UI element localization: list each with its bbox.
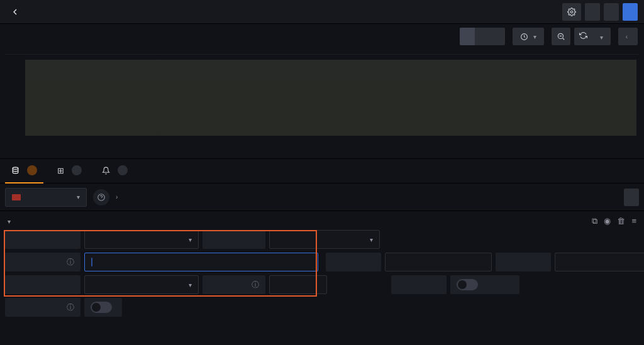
refresh-group: ▾	[574, 28, 611, 45]
toggle-visibility-icon[interactable]: ◉	[604, 216, 611, 226]
datasource-select[interactable]: ▾	[5, 188, 87, 207]
duplicate-icon[interactable]: ⧉	[592, 216, 597, 226]
legend-label-label	[326, 253, 381, 271]
datasource-row: ▾ ›	[0, 183, 644, 211]
refresh-interval[interactable]: ▾	[592, 28, 611, 45]
delete-icon[interactable]: 🗑	[617, 216, 625, 226]
aggregation-select[interactable]: ▾	[84, 275, 199, 294]
fillmissing-toggle[interactable]	[450, 275, 519, 294]
fit-mode-group	[460, 28, 505, 45]
fillmissing-label	[391, 275, 447, 294]
timebucket-input[interactable]	[269, 275, 327, 294]
command-select[interactable]: ▾	[269, 230, 380, 249]
svg-point-0	[570, 11, 573, 13]
legend-label-input[interactable]	[385, 253, 492, 271]
streaming-label: ⓘ	[5, 298, 80, 317]
timerange-picker[interactable]: ▾	[513, 28, 544, 45]
panel-toolbar: ▾ ▾ ‹	[0, 24, 644, 49]
discard-button[interactable]	[585, 3, 600, 21]
chevron-down-icon: ▾	[533, 33, 536, 40]
streaming-toggle[interactable]	[84, 298, 122, 317]
type-label	[5, 230, 80, 249]
query-tabs: ⊞	[0, 158, 644, 183]
zoom-out-button[interactable]	[552, 28, 570, 45]
save-button[interactable]	[604, 3, 619, 21]
svg-point-3	[13, 167, 18, 169]
apply-button[interactable]	[623, 3, 638, 21]
show-options-button[interactable]: ‹	[618, 28, 638, 45]
query-a-block: ▾ ⧉ ◉ 🗑 ≡ ▾ ▾ ⓘ ▾	[0, 211, 644, 326]
back-button[interactable]	[6, 3, 24, 21]
drag-icon[interactable]: ≡	[631, 216, 636, 226]
fill-button[interactable]	[460, 28, 475, 45]
fit-button[interactable]	[475, 28, 490, 45]
value-label-input[interactable]	[555, 253, 644, 271]
command-label	[203, 230, 265, 249]
tab-query[interactable]	[5, 158, 43, 183]
collapse-icon[interactable]: ▾	[8, 218, 11, 225]
topbar	[0, 0, 644, 24]
settings-button[interactable]	[562, 3, 581, 21]
value-label-label	[496, 253, 551, 271]
timebucket-label: ⓘ	[203, 275, 265, 294]
tab-transform[interactable]: ⊞	[51, 158, 88, 183]
datasource-icon	[12, 194, 21, 200]
tab-alert[interactable]	[96, 158, 134, 183]
query-options-link[interactable]: ›	[116, 194, 120, 200]
labelfilter-input[interactable]	[84, 253, 318, 271]
chart-area[interactable]	[5, 54, 639, 150]
type-select[interactable]: ▾	[84, 230, 199, 249]
aggregation-label	[5, 275, 80, 294]
refresh-button[interactable]	[574, 28, 592, 45]
transform-icon: ⊞	[57, 166, 64, 175]
datasource-help[interactable]	[93, 189, 109, 205]
chart-panel	[0, 49, 644, 150]
query-inspector-button[interactable]	[624, 189, 639, 206]
labelfilter-label: ⓘ	[5, 253, 80, 271]
chart-legend	[0, 150, 644, 158]
exact-button[interactable]	[490, 28, 505, 45]
